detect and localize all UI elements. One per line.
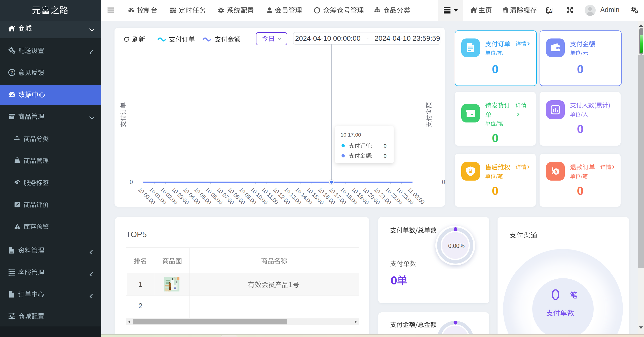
svg-text:A: A (549, 9, 552, 12)
svg-text:?: ? (11, 70, 13, 75)
svg-text:¥: ¥ (469, 168, 472, 175)
svg-text:¥: ¥ (555, 169, 558, 175)
